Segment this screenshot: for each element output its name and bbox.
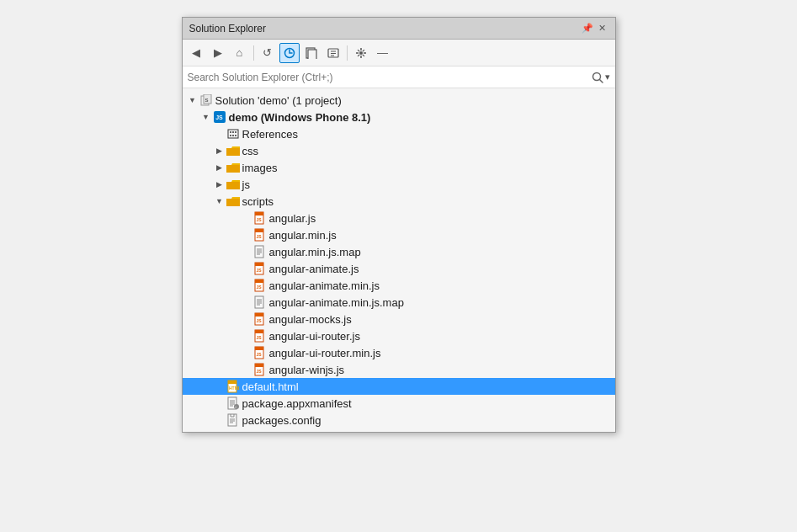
tree-item-references[interactable]: References <box>183 125 615 142</box>
tree-area: S Solution 'demo' (1 project) JS demo (W… <box>183 88 615 432</box>
tree-item-css[interactable]: css <box>183 142 615 159</box>
css-label: css <box>242 145 259 157</box>
new-view-icon <box>306 47 317 59</box>
solution-expand-arrow <box>186 93 199 107</box>
svg-text:i: i <box>235 405 236 409</box>
svg-rect-43 <box>255 313 263 317</box>
window-title: Solution Explorer <box>189 23 266 35</box>
search-input[interactable] <box>188 72 592 83</box>
toolbar-separator-2 <box>347 45 348 61</box>
svg-text:JS: JS <box>256 268 262 273</box>
tree-item-angular-ui-router-js[interactable]: JS angular-ui-router.js <box>183 327 615 344</box>
toolbar: ◀ ▶ ⌂ ↺ <box>183 40 615 66</box>
angular-ui-router-min-js-icon: JS <box>253 346 267 359</box>
svg-line-9 <box>599 79 603 82</box>
svg-point-19 <box>235 135 236 136</box>
js-file-icon-svg-6: JS <box>254 329 266 343</box>
angular-animate-min-no-arrow <box>240 279 253 292</box>
project-node[interactable]: JS demo (Windows Phone 8.1) <box>183 109 615 125</box>
js-file-icon-svg-2: JS <box>254 228 266 242</box>
svg-rect-24 <box>255 229 263 232</box>
tree-item-images[interactable]: images <box>183 159 615 176</box>
angular-ui-router-js-label: angular-ui-router.js <box>269 330 360 343</box>
images-expand-arrow <box>213 161 226 174</box>
pin-icon[interactable]: 📌 <box>582 23 593 35</box>
tree-item-packages-config[interactable]: packages.config <box>183 412 615 428</box>
scripts-folder-icon <box>226 194 240 208</box>
config-no-arrow <box>213 413 226 427</box>
project-icon: JS <box>213 110 226 124</box>
references-icon-svg <box>227 128 239 140</box>
angular-js-icon: JS <box>253 211 267 225</box>
toolbar-separator-1 <box>253 45 254 61</box>
references-no-arrow <box>213 127 226 141</box>
svg-rect-32 <box>255 263 263 266</box>
svg-text:JS: JS <box>256 318 262 323</box>
map-file-icon-svg <box>254 245 266 258</box>
tree-item-angular-min-js-map[interactable]: angular.min.js.map <box>183 243 615 260</box>
forward-button[interactable]: ▶ <box>208 43 228 63</box>
tree-item-angular-animate-js[interactable]: JS angular-animate.js <box>183 260 615 277</box>
svg-rect-13 <box>228 130 238 138</box>
folder-icon-svg-3 <box>226 179 240 190</box>
svg-rect-46 <box>255 330 263 333</box>
js-expand-arrow <box>213 178 226 191</box>
angular-mocks-js-label: angular-mocks.js <box>269 313 352 326</box>
tree-item-angular-winjs-js[interactable]: JS angular-winjs.js <box>183 361 615 378</box>
scripts-label: scripts <box>242 195 274 208</box>
back-button[interactable]: ◀ <box>186 43 206 63</box>
manifest-label: package.appxmanifest <box>242 397 352 410</box>
default-html-no-arrow <box>213 380 226 393</box>
svg-text:S: S <box>205 98 208 103</box>
default-html-label: default.html <box>242 380 299 393</box>
tree-item-js[interactable]: js <box>183 176 615 193</box>
angular-ui-router-min-no-arrow <box>240 346 253 359</box>
tree-item-angular-animate-min-js-map[interactable]: angular-animate.min.js.map <box>183 294 615 311</box>
angular-map-no-arrow <box>240 245 253 258</box>
svg-rect-2 <box>308 50 316 59</box>
search-button[interactable] <box>592 72 603 83</box>
close-icon[interactable]: ✕ <box>597 23 608 35</box>
scripts-expand-arrow <box>213 194 226 208</box>
svg-point-15 <box>230 135 231 136</box>
angular-animate-min-js-icon: JS <box>253 279 267 292</box>
search-options-button[interactable]: ▾ <box>605 72 610 82</box>
svg-rect-64 <box>228 414 236 426</box>
svg-text:JS: JS <box>256 217 262 222</box>
tree-item-angular-ui-router-min-js[interactable]: JS angular-ui-router.min.js <box>183 344 615 361</box>
js-folder-icon <box>226 178 240 191</box>
collapse-button[interactable]: — <box>373 43 393 63</box>
svg-text:JS: JS <box>256 285 262 290</box>
solution-node[interactable]: S Solution 'demo' (1 project) <box>183 92 615 109</box>
tree-item-default-html[interactable]: HTML default.html <box>183 378 615 395</box>
tree-item-angular-mocks-js[interactable]: JS angular-mocks.js <box>183 311 615 327</box>
show-all-files-button[interactable] <box>323 43 343 63</box>
refresh-button[interactable]: ↺ <box>258 43 278 63</box>
properties-button[interactable] <box>351 43 371 63</box>
js-file-icon-svg-8: JS <box>254 363 266 376</box>
title-bar-controls: 📌 ✕ <box>582 23 608 35</box>
folder-icon-svg <box>226 146 240 157</box>
tree-item-angular-min-js[interactable]: JS angular.min.js <box>183 226 615 243</box>
title-bar: Solution Explorer 📌 ✕ <box>183 18 615 40</box>
angular-ui-router-no-arrow <box>240 329 253 343</box>
html-file-icon-svg: HTML <box>227 380 239 393</box>
manifest-no-arrow <box>213 396 226 410</box>
tree-item-package-manifest[interactable]: i package.appxmanifest <box>183 395 615 412</box>
project-type-badge: JS <box>214 111 226 123</box>
new-solution-explorer-button[interactable] <box>301 43 321 63</box>
tree-item-angular-js[interactable]: JS angular.js <box>183 210 615 226</box>
tree-item-scripts[interactable]: scripts <box>183 193 615 210</box>
sync-button[interactable] <box>279 43 300 63</box>
svg-point-17 <box>232 135 234 136</box>
svg-rect-26 <box>255 246 263 258</box>
home-button[interactable]: ⌂ <box>230 43 250 63</box>
angular-winjs-no-arrow <box>240 363 253 376</box>
svg-point-16 <box>232 131 234 133</box>
angular-animate-map-icon <box>253 295 267 309</box>
angular-animate-map-no-arrow <box>240 295 253 309</box>
angular-js-no-arrow <box>240 211 253 225</box>
tree-item-angular-animate-min-js[interactable]: JS angular-animate.min.js <box>183 277 615 294</box>
angular-min-js-icon: JS <box>253 228 267 242</box>
angular-winjs-js-icon: JS <box>253 363 267 376</box>
